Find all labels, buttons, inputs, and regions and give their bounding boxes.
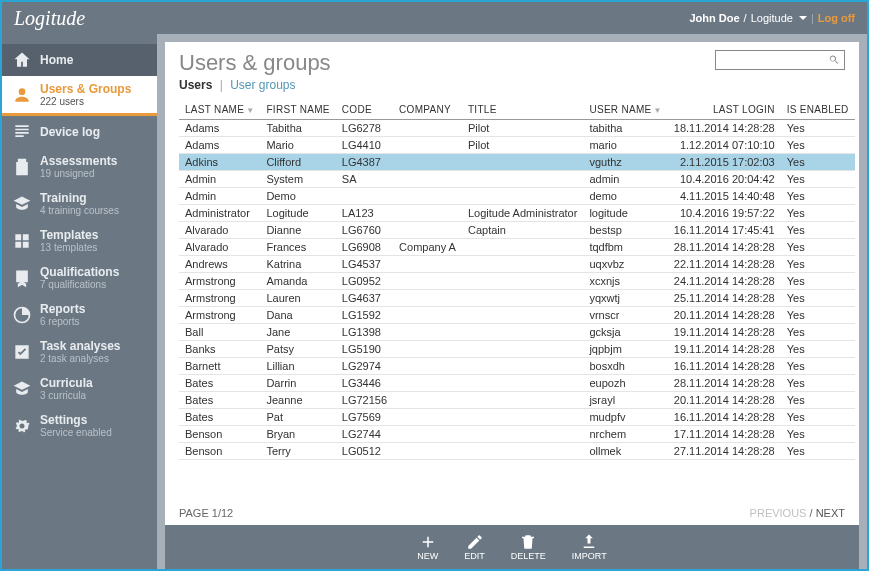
col-is-enabled[interactable]: IS ENABLED [781, 100, 855, 120]
sort-indicator-icon: ▼ [654, 106, 662, 115]
sidebar-item-sub: 2 task analyses [40, 353, 121, 364]
col-company[interactable]: COMPANY [393, 100, 462, 120]
sidebar-item-label: Reports [40, 302, 85, 316]
sidebar-item-label: Device log [40, 125, 100, 139]
sidebar-item-curricula[interactable]: Curricula3 curricula [2, 370, 157, 407]
sidebar-item-home[interactable]: Home [2, 44, 157, 76]
sidebar-item-templates[interactable]: Templates13 templates [2, 222, 157, 259]
col-title[interactable]: TITLE [462, 100, 583, 120]
table-row[interactable]: BarnettLillianLG2974bosxdh16.11.2014 14:… [179, 358, 855, 375]
sidebar-item-label: Users & Groups [40, 82, 131, 96]
new-button[interactable]: NEW [417, 533, 438, 561]
table-row[interactable]: BatesDarrinLG3446eupozh28.11.2014 14:28:… [179, 375, 855, 392]
sidebar-item-settings[interactable]: SettingsService enabled [2, 407, 157, 444]
edit-icon [466, 533, 484, 551]
sidebar-item-label: Assessments [40, 154, 117, 168]
tab-users[interactable]: Users [179, 78, 212, 92]
sidebar-item-users-groups[interactable]: Users & Groups222 users [2, 76, 157, 116]
action-bar: NEWEDITDELETEIMPORT [165, 525, 859, 569]
sidebar-item-training[interactable]: Training4 training courses [2, 185, 157, 222]
sidebar-item-assessments[interactable]: Assessments19 unsigned [2, 148, 157, 185]
curricula-icon [12, 379, 32, 399]
templates-icon [12, 231, 32, 251]
page-indicator: PAGE 1/12 [179, 507, 233, 519]
next-page[interactable]: NEXT [816, 507, 845, 519]
sidebar-item-label: Training [40, 191, 119, 205]
sidebar-item-qualifications[interactable]: Qualifications7 qualifications [2, 259, 157, 296]
table-row[interactable]: AdamsTabithaLG6278Pilottabitha18.11.2014… [179, 120, 855, 137]
import-button[interactable]: IMPORT [572, 533, 607, 561]
sidebar-item-sub: 222 users [40, 96, 131, 107]
brand-logo: Logitude [14, 7, 85, 30]
page-title: Users & groups [179, 50, 331, 76]
sidebar-item-sub: 7 qualifications [40, 279, 119, 290]
col-last-name[interactable]: LAST NAME▼ [179, 100, 260, 120]
table-row[interactable]: ArmstrongLaurenLG4637yqxwtj25.11.2014 14… [179, 290, 855, 307]
tab-user-groups[interactable]: User groups [230, 78, 295, 92]
training-icon [12, 194, 32, 214]
header: Logitude John Doe / Logitude | Log off [2, 2, 867, 34]
qualifications-icon [12, 268, 32, 288]
col-code[interactable]: CODE [336, 100, 393, 120]
col-user-name[interactable]: USER NAME▼ [583, 100, 667, 120]
table-row[interactable]: BatesPatLG7569mudpfv16.11.2014 14:28:28Y… [179, 409, 855, 426]
prev-page[interactable]: PREVIOUS [750, 507, 807, 519]
table-row[interactable]: AdminSystemSAadmin10.4.2016 20:04:42Yes [179, 171, 855, 188]
table-row[interactable]: BensonBryanLG2744nrchem17.11.2014 14:28:… [179, 426, 855, 443]
chevron-down-icon[interactable] [799, 16, 807, 20]
sidebar-item-label: Home [40, 53, 73, 67]
table-row[interactable]: AndrewsKatrinaLG4537uqxvbz22.11.2014 14:… [179, 256, 855, 273]
settings-icon [12, 416, 32, 436]
users-groups-icon [12, 85, 32, 105]
task-analyses-icon [12, 342, 32, 362]
import-icon [580, 533, 598, 551]
sidebar-item-label: Qualifications [40, 265, 119, 279]
col-last-login[interactable]: LAST LOGIN [668, 100, 781, 120]
reports-icon [12, 305, 32, 325]
table-row[interactable]: AlvaradoFrancesLG6908Company Atqdfbm28.1… [179, 239, 855, 256]
sidebar-item-sub: 4 training courses [40, 205, 119, 216]
tabs: Users | User groups [179, 78, 331, 92]
table-row[interactable]: AdamsMarioLG4410Pilotmario1.12.2014 07:1… [179, 137, 855, 154]
sidebar: HomeUsers & Groups222 usersDevice logAss… [2, 34, 157, 569]
sidebar-item-reports[interactable]: Reports6 reports [2, 296, 157, 333]
pager: PAGE 1/12 PREVIOUS / NEXT [165, 501, 859, 525]
sidebar-item-label: Settings [40, 413, 112, 427]
new-icon [419, 533, 437, 551]
device-log-icon [12, 122, 32, 142]
edit-button[interactable]: EDIT [464, 533, 485, 561]
user-name: John Doe [689, 12, 739, 24]
sidebar-item-label: Templates [40, 228, 98, 242]
users-table: LAST NAME▼FIRST NAMECODECOMPANYTITLEUSER… [179, 100, 855, 460]
logoff-link[interactable]: Log off [818, 12, 855, 24]
sidebar-item-sub: 6 reports [40, 316, 85, 327]
table-row[interactable]: AdkinsCliffordLG4387vguthz2.11.2015 17:0… [179, 154, 855, 171]
sidebar-item-sub: Service enabled [40, 427, 112, 438]
table-row[interactable]: BallJaneLG1398gcksja19.11.2014 14:28:28Y… [179, 324, 855, 341]
assessments-icon [12, 157, 32, 177]
table-row[interactable]: BatesJeanneLG72156jsrayl20.11.2014 14:28… [179, 392, 855, 409]
table-row[interactable]: ArmstrongAmandaLG0952xcxnjs24.11.2014 14… [179, 273, 855, 290]
table-row[interactable]: AlvaradoDianneLG6760Captainbestsp16.11.2… [179, 222, 855, 239]
table-row[interactable]: ArmstrongDanaLG1592vrnscr20.11.2014 14:2… [179, 307, 855, 324]
org-name: Logitude [751, 12, 793, 24]
sidebar-item-label: Curricula [40, 376, 93, 390]
delete-icon [519, 533, 537, 551]
sidebar-item-task-analyses[interactable]: Task analyses2 task analyses [2, 333, 157, 370]
sidebar-item-device-log[interactable]: Device log [2, 116, 157, 148]
table-row[interactable]: BensonTerryLG0512ollmek27.11.2014 14:28:… [179, 443, 855, 460]
sidebar-item-sub: 13 templates [40, 242, 98, 253]
col-first-name[interactable]: FIRST NAME [260, 100, 335, 120]
home-icon [12, 50, 32, 70]
sidebar-item-label: Task analyses [40, 339, 121, 353]
sort-indicator-icon: ▼ [246, 106, 254, 115]
search-input[interactable] [715, 50, 845, 70]
sidebar-item-sub: 3 curricula [40, 390, 93, 401]
delete-button[interactable]: DELETE [511, 533, 546, 561]
sidebar-item-sub: 19 unsigned [40, 168, 117, 179]
table-row[interactable]: AdministratorLogitudeLA123Logitude Admin… [179, 205, 855, 222]
table-row[interactable]: BanksPatsyLG5190jqpbjm19.11.2014 14:28:2… [179, 341, 855, 358]
table-row[interactable]: AdminDemodemo4.11.2015 14:40:48Yes [179, 188, 855, 205]
